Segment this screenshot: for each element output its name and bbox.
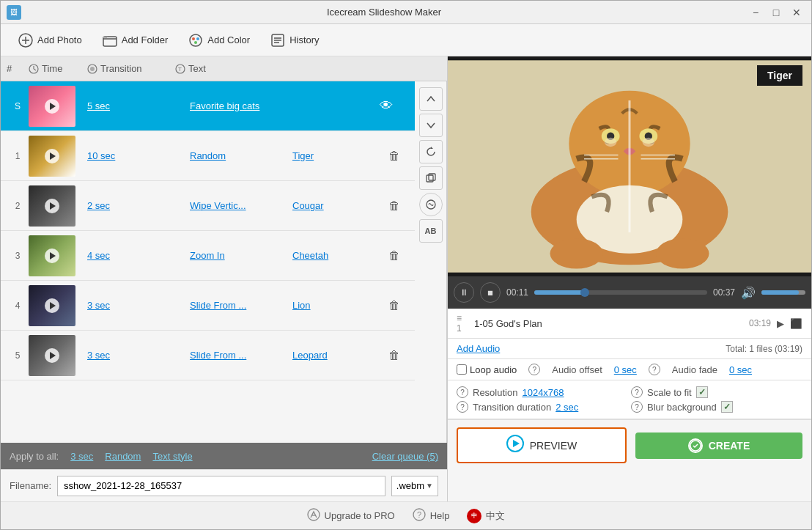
history-button[interactable]: History xyxy=(262,29,328,52)
close-button[interactable]: ✕ xyxy=(788,5,805,20)
row-text[interactable]: Leopard xyxy=(292,350,380,361)
move-down-button[interactable] xyxy=(419,114,443,137)
add-folder-icon xyxy=(103,33,117,48)
delete-button[interactable]: 🗑 xyxy=(380,249,409,262)
delete-button[interactable]: 🗑 xyxy=(380,150,409,163)
random-button[interactable] xyxy=(419,193,443,216)
apply-text-style-link[interactable]: Text style xyxy=(152,451,192,462)
move-up-button[interactable] xyxy=(419,87,443,111)
add-photo-icon xyxy=(18,33,33,48)
table-row[interactable]: 2 2 sec Wipe Vertic... Cougar 🗑 xyxy=(1,181,415,231)
row-time[interactable]: 10 sec xyxy=(87,150,190,161)
svg-point-6 xyxy=(196,37,199,40)
play-overlay xyxy=(45,249,59,263)
extension-text: .webm xyxy=(396,480,424,491)
audio-fade-help-icon[interactable]: ? xyxy=(649,364,660,375)
volume-icon[interactable]: 🔊 xyxy=(741,286,756,300)
blur-label: Blur background xyxy=(647,402,717,413)
resolution-help-icon[interactable]: ? xyxy=(457,386,468,398)
rotate-button[interactable] xyxy=(419,140,443,163)
clear-queue-link[interactable]: Clear queue (5) xyxy=(372,451,438,462)
audio-fade-value[interactable]: 0 sec xyxy=(729,364,752,375)
help-button[interactable]: ? Help xyxy=(413,508,450,523)
thumbnail xyxy=(29,335,75,376)
filename-bar: Filename: .webm ▼ xyxy=(1,469,447,501)
stop-button[interactable]: ⏹ xyxy=(480,282,501,303)
row-time[interactable]: 4 sec xyxy=(87,250,190,261)
table-row[interactable]: 4 3 sec Slide From ... Lion 🗑 xyxy=(1,281,415,331)
text-button[interactable]: AB xyxy=(419,219,443,243)
audio-offset-help-icon[interactable]: ? xyxy=(528,364,540,375)
row-eye[interactable]: 👁 xyxy=(380,98,409,114)
loop-audio-checkbox[interactable] xyxy=(457,364,467,375)
help-label: Help xyxy=(430,510,450,521)
apply-time-link[interactable]: 3 sec xyxy=(70,451,93,462)
maximize-button[interactable]: □ xyxy=(767,5,785,20)
preview-button-label: PREVIEW xyxy=(530,440,577,452)
add-color-button[interactable]: Add Color xyxy=(180,29,259,52)
row-text[interactable]: Tiger xyxy=(292,150,380,161)
row-text[interactable]: Lion xyxy=(292,300,380,311)
blur-help-icon[interactable]: ? xyxy=(631,401,643,413)
col-header-text: T Text xyxy=(175,63,263,74)
row-transition[interactable]: Favorite big cats xyxy=(190,100,350,111)
pause-button[interactable]: ⏸ xyxy=(454,282,474,303)
language-button[interactable]: 中 中文 xyxy=(467,509,505,523)
blur-checkbox[interactable]: ✓ xyxy=(721,401,733,413)
row-time[interactable]: 3 sec xyxy=(87,300,190,311)
audio-offset-value[interactable]: 0 sec xyxy=(614,364,637,375)
history-icon xyxy=(270,33,285,48)
minimize-button[interactable]: − xyxy=(747,5,764,20)
audio-play-button[interactable]: ▶ xyxy=(777,318,784,329)
preview-button[interactable]: PREVIEW xyxy=(457,427,627,463)
thumbnail xyxy=(29,185,75,227)
loop-audio-label[interactable]: Loop audio xyxy=(457,364,517,375)
footer-bar: Upgrade to PRO ? Help 中 中文 xyxy=(1,501,811,529)
scale-checkbox[interactable]: ✓ xyxy=(696,386,708,398)
filename-input[interactable] xyxy=(57,476,385,496)
col-header-time: Time xyxy=(29,63,87,74)
delete-button[interactable]: 🗑 xyxy=(380,349,409,362)
row-time[interactable]: 2 sec xyxy=(87,200,190,211)
table-row[interactable]: 1 10 sec Random Tiger 🗑 xyxy=(1,131,415,181)
row-transition[interactable]: Slide From ... xyxy=(190,350,292,361)
row-text[interactable]: Cheetah xyxy=(292,250,380,261)
apply-transition-link[interactable]: Random xyxy=(105,451,141,462)
svg-marker-40 xyxy=(513,440,520,447)
volume-bar[interactable] xyxy=(761,290,805,295)
row-time[interactable]: 3 sec xyxy=(87,350,190,361)
delete-button[interactable]: 🗑 xyxy=(380,299,409,312)
svg-point-7 xyxy=(194,41,197,44)
table-row[interactable]: 5 3 sec Slide From ... Leopard 🗑 xyxy=(1,331,415,380)
add-audio-link[interactable]: Add Audio xyxy=(457,343,500,354)
svg-text:?: ? xyxy=(417,510,421,519)
row-time[interactable]: 5 sec xyxy=(87,100,190,111)
scale-help-icon[interactable]: ? xyxy=(631,386,643,398)
row-transition[interactable]: Wipe Vertic... xyxy=(190,200,292,211)
add-folder-button[interactable]: Add Folder xyxy=(94,29,177,52)
duplicate-button[interactable] xyxy=(419,166,443,190)
row-transition[interactable]: Random xyxy=(190,150,292,161)
row-number: 5 xyxy=(7,350,29,361)
audio-track-num: ≡ 1 xyxy=(457,313,468,334)
resolution-value[interactable]: 1024x768 xyxy=(522,387,564,398)
add-photo-button[interactable]: Add Photo xyxy=(10,29,91,52)
transition-value[interactable]: 2 sec xyxy=(556,402,578,413)
total-files-label: Total: 1 files (03:19) xyxy=(726,344,802,354)
extension-selector[interactable]: .webm ▼ xyxy=(391,476,438,496)
left-panel: # Time Transition T Text xyxy=(1,56,448,501)
transition-help-icon[interactable]: ? xyxy=(457,401,468,413)
row-text[interactable]: Cougar xyxy=(292,200,380,211)
create-button[interactable]: CREATE xyxy=(635,433,802,459)
delete-button[interactable]: 🗑 xyxy=(380,199,409,213)
add-audio-bar: Add Audio Total: 1 files (03:19) xyxy=(448,339,811,359)
table-row[interactable]: 3 4 sec Zoom In Cheetah 🗑 xyxy=(1,231,415,281)
upgrade-icon xyxy=(307,508,320,523)
progress-bar[interactable] xyxy=(534,290,707,295)
window-controls: − □ ✕ xyxy=(747,5,805,20)
upgrade-button[interactable]: Upgrade to PRO xyxy=(307,508,395,523)
row-transition[interactable]: Zoom In xyxy=(190,250,292,261)
audio-delete-button[interactable]: ⬛ xyxy=(790,318,802,329)
row-transition[interactable]: Slide From ... xyxy=(190,300,292,311)
table-row[interactable]: S 5 sec Favorite big cats 👁 xyxy=(1,81,415,131)
